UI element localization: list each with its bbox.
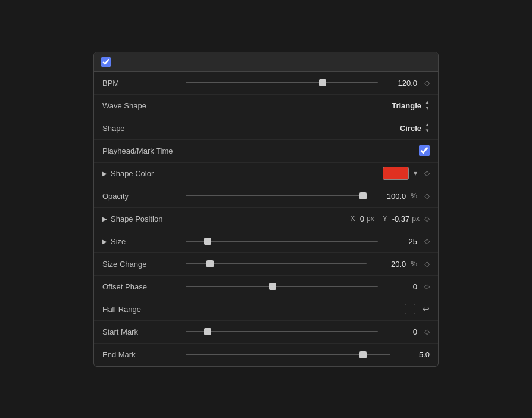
label-text-bpm: BPM [102, 79, 119, 88]
keyframe-diamond-icon[interactable]: ◇ [424, 327, 430, 336]
label-text-playhead-mark-time: Playhead/Mark Time [102, 146, 173, 155]
select-value-shape[interactable]: Circle [400, 124, 421, 133]
control-end-mark: 5.0 [186, 350, 430, 359]
row-offset-phase: Offset Phase0◇ [94, 276, 438, 298]
control-playhead-mark-time [186, 145, 430, 156]
label-shape: Shape [102, 124, 186, 133]
label-text-shape-position: Shape Position [111, 214, 162, 223]
select-wrapper-wave-shape: Triangle▲▼ [392, 99, 430, 111]
slider-end-mark[interactable] [186, 354, 390, 355]
unit-size-change: % [411, 260, 417, 268]
label-text-end-mark: End Mark [102, 350, 136, 359]
control-wave-shape: Triangle▲▼ [186, 99, 430, 111]
slider-container-offset-phase [186, 286, 378, 287]
label-text-shape-color: Shape Color [111, 169, 154, 178]
keyframe-diamond-icon[interactable]: ◇ [424, 79, 430, 87]
label-start-mark: Start Mark [102, 327, 186, 336]
slider-opacity[interactable] [186, 195, 367, 196]
keyframe-diamond-icon[interactable]: ◇ [424, 260, 430, 268]
label-offset-phase: Offset Phase [102, 282, 186, 291]
value-bpm: 120.0 [387, 79, 417, 88]
undo-icon[interactable]: ↩ [423, 304, 430, 314]
label-text-size: Size [111, 237, 126, 246]
label-end-mark: End Mark [102, 350, 186, 359]
control-offset-phase: 0◇ [186, 282, 430, 291]
value-opacity: 100.0 [376, 192, 406, 201]
label-wave-shape: Wave Shape [102, 101, 186, 110]
label-bpm: BPM [102, 79, 186, 88]
label-text-opacity: Opacity [102, 192, 129, 201]
control-opacity: 100.0%◇ [186, 192, 430, 201]
panel-header [94, 52, 438, 72]
control-shape-position: X0pxY-0.37px◇ [186, 214, 430, 223]
row-opacity: Opacity100.0%◇ [94, 185, 438, 208]
value-size-change: 20.0 [376, 260, 406, 269]
row-size-change: Size Change20.0%◇ [94, 253, 438, 276]
bpm-panel: BPM120.0◇Wave ShapeTriangle▲▼ShapeCircle… [93, 52, 439, 367]
row-playhead-mark-time: Playhead/Mark Time [94, 140, 438, 163]
x-value: 0 [360, 214, 364, 223]
keyframe-diamond-icon[interactable]: ◇ [424, 282, 430, 291]
row-half-range: Half Range↩ [94, 298, 438, 321]
control-start-mark: 0◇ [186, 327, 430, 336]
slider-offset-phase[interactable] [186, 286, 378, 287]
x-label: X [351, 214, 355, 223]
checkbox-empty-half-range[interactable] [405, 304, 415, 314]
slider-start-mark[interactable] [186, 331, 378, 332]
label-shape-color: ▶Shape Color [102, 169, 186, 178]
value-end-mark: 5.0 [400, 350, 430, 359]
row-wave-shape: Wave ShapeTriangle▲▼ [94, 95, 438, 117]
slider-container-end-mark [186, 354, 390, 355]
label-size: ▶Size [102, 237, 186, 246]
row-size: ▶Size25◇ [94, 230, 438, 253]
label-shape-position: ▶Shape Position [102, 214, 186, 223]
value-offset-phase: 0 [387, 282, 417, 291]
value-start-mark: 0 [387, 327, 417, 336]
control-shape: Circle▲▼ [186, 122, 430, 133]
slider-container-start-mark [186, 331, 378, 332]
keyframe-diamond-icon[interactable]: ◇ [424, 192, 430, 200]
expand-triangle-icon[interactable]: ▶ [102, 238, 107, 245]
expand-triangle-icon[interactable]: ▶ [102, 170, 107, 177]
control-half-range: ↩ [186, 304, 430, 314]
control-size: 25◇ [186, 237, 430, 246]
keyframe-diamond-icon[interactable]: ◇ [424, 237, 430, 245]
value-size: 25 [387, 237, 417, 246]
select-value-wave-shape[interactable]: Triangle [392, 101, 421, 110]
y-value: -0.37 [392, 214, 410, 223]
rows-container: BPM120.0◇Wave ShapeTriangle▲▼ShapeCircle… [94, 72, 438, 366]
row-shape: ShapeCircle▲▼ [94, 117, 438, 140]
unit-opacity: % [411, 192, 417, 200]
control-bpm: 120.0◇ [186, 79, 430, 88]
checkbox-playhead-mark-time[interactable] [419, 145, 430, 156]
select-arrows-icon[interactable]: ▲▼ [425, 99, 430, 111]
slider-container-size-change [186, 263, 367, 264]
row-bpm: BPM120.0◇ [94, 72, 438, 95]
keyframe-diamond-icon[interactable]: ◇ [424, 169, 430, 177]
row-shape-color: ▶Shape Color▾◇ [94, 163, 438, 185]
label-text-size-change: Size Change [102, 260, 146, 269]
slider-bpm[interactable] [186, 82, 378, 83]
label-text-start-mark: Start Mark [102, 327, 138, 336]
select-arrows-icon[interactable]: ▲▼ [425, 122, 430, 133]
row-shape-position: ▶Shape PositionX0pxY-0.37px◇ [94, 208, 438, 230]
slider-size[interactable] [186, 241, 378, 242]
y-unit: px [412, 214, 420, 223]
row-start-mark: Start Mark0◇ [94, 321, 438, 344]
label-text-shape: Shape [102, 124, 125, 133]
keyframe-diamond-icon[interactable]: ◇ [424, 214, 430, 223]
slider-container-size [186, 241, 378, 242]
label-half-range: Half Range [102, 305, 186, 314]
slider-container-opacity [186, 195, 367, 196]
y-label: Y [383, 214, 387, 223]
x-unit: px [367, 214, 374, 223]
color-dropdown-icon[interactable]: ▾ [414, 169, 417, 177]
slider-size-change[interactable] [186, 263, 367, 264]
select-wrapper-shape: Circle▲▼ [400, 122, 430, 133]
label-text-offset-phase: Offset Phase [102, 282, 147, 291]
expand-triangle-icon[interactable]: ▶ [102, 216, 107, 222]
color-swatch-shape-color[interactable] [383, 167, 409, 180]
slider-container-bpm [186, 82, 378, 83]
panel-enabled-checkbox[interactable] [101, 57, 111, 67]
label-playhead-mark-time: Playhead/Mark Time [102, 146, 186, 155]
